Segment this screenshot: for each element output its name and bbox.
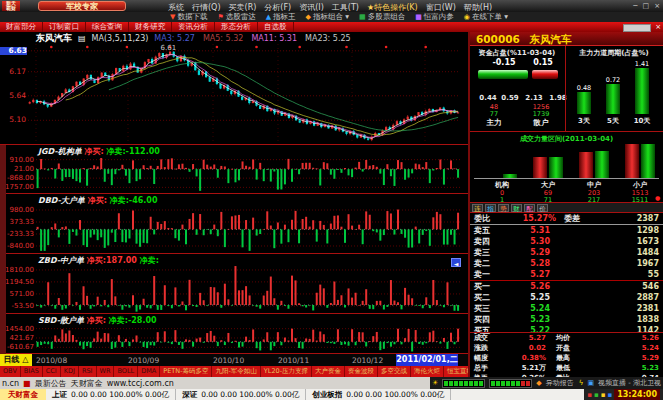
order-book-row[interactable]: 卖二5.281967 — [470, 258, 663, 269]
indicator-link[interactable]: 资金波段 — [345, 366, 378, 377]
power-dot-icon: ● — [655, 194, 660, 201]
announce-brand: 天财富金 — [71, 378, 103, 389]
report-label[interactable]: 异动报告 — [546, 378, 574, 388]
indicator-link[interactable]: RSI — [79, 366, 97, 377]
power-green-bar — [503, 174, 517, 178]
toolbar-item[interactable]: ◉在线下单 ▾ — [464, 12, 508, 22]
power-red-bar — [533, 157, 547, 178]
date-tick: 2010/11 — [278, 356, 309, 365]
order-book-row[interactable]: 卖四5.301673 — [470, 236, 663, 247]
announce-url[interactable]: www.tccj.com.cn — [107, 379, 174, 388]
indicator-link[interactable]: PETN-筹码多空 — [160, 366, 212, 377]
order-book-row[interactable]: 买四5.231838 — [470, 314, 663, 325]
stock-stats: 成交5.27均价5.26涨跌0.02开盘5.24幅度0.38%最高5.29总手5… — [470, 332, 663, 377]
indicator-link[interactable]: 海伦火炬 — [411, 366, 444, 377]
index-items: 上证0.00 0.00 100.00% 0.00亿深证0.00 0.00 100… — [46, 389, 451, 400]
toolbar-item[interactable]: ▲指标王 — [266, 12, 296, 22]
indicator-link[interactable]: 大户资金 — [312, 366, 345, 377]
flash-icon[interactable]: ϟ — [579, 379, 584, 387]
indicator-link[interactable]: 九阳-军令如山 — [212, 366, 260, 377]
power-section: 成交力量区间(2011-03-04)机构01大户6971中户203217小户15… — [470, 132, 663, 202]
quote-mini-tab[interactable]: 价 — [537, 204, 548, 212]
order-book-row[interactable]: 买三5.242381 — [470, 303, 663, 314]
order-book-row[interactable]: 卖三5.291484 — [470, 247, 663, 258]
panel-bar-chart[interactable] — [36, 264, 460, 312]
toolbar-item[interactable]: ⚑选股雷达 — [217, 12, 255, 22]
tv-icon[interactable]: ▣ — [587, 379, 594, 387]
indicator-link[interactable]: 多空交战 — [378, 366, 411, 377]
brand-button[interactable]: 军校专家 — [38, 1, 126, 11]
date-tick: 2010/12 — [352, 356, 383, 365]
window-control-icon[interactable]: □ — [643, 2, 650, 10]
stock-code: 600006 — [476, 33, 520, 45]
indicator-link[interactable]: BIAS — [21, 366, 43, 377]
toolbar-item[interactable]: ■恒富内参 — [415, 12, 454, 22]
index-item[interactable]: 上证0.00 0.00 100.00% 0.00亿 — [46, 389, 176, 400]
toolbar-item-label: 恒富内参 — [424, 12, 454, 22]
workspace-tab[interactable]: 财富部分 — [0, 22, 43, 32]
video-label[interactable]: 视频直播 - 湖北卫视 — [598, 378, 661, 388]
order-book-row[interactable]: 买二5.252887 — [470, 292, 663, 303]
order-book-row[interactable]: 卖五5.311298 — [470, 225, 663, 236]
workspace-tab[interactable]: 综合查询 — [86, 22, 129, 32]
window-control-icon[interactable]: ─ — [633, 2, 637, 10]
announce-bar: n.cn ■ 最新公告 天财富金 www.tccj.com.cn ☀ ◆ 异动报… — [0, 377, 663, 389]
funds-section: 资金占盘(%11-03-04)主力力道周期(占盘%)-0.150.150.440… — [470, 46, 663, 132]
panel-bar-chart[interactable] — [36, 204, 460, 252]
order-book-row[interactable]: 买一5.26546 — [470, 281, 663, 292]
main-ytick: 6.63 — [0, 47, 27, 55]
panel-left-strip — [0, 145, 6, 354]
toolbar-item[interactable]: ▦多股票组合 — [359, 12, 405, 22]
index-item[interactable]: 创业板指0.00 0.00 100.00% 0.00亿 — [306, 389, 451, 400]
indicator-link[interactable]: KDJ — [61, 366, 79, 377]
cycle-bar — [606, 84, 620, 114]
indicator-icon: ▲ — [266, 14, 271, 21]
workspace-tab[interactable]: 资讯分析 — [172, 22, 215, 32]
tray-icon-red[interactable]: ▪ — [587, 391, 592, 399]
funds-col-label: 主力 — [481, 118, 507, 128]
workspace-tab[interactable]: 订制窗口 — [43, 22, 86, 32]
index-bar-right: ▪ ▪ ▪ ▪ 13:24:00 — [584, 389, 663, 400]
indicator-link[interactable]: WR — [97, 366, 115, 377]
quote-mini-tab[interactable]: 连 — [472, 204, 483, 212]
grid-icon[interactable]: ▤ — [78, 34, 86, 43]
tabbar-close-icon[interactable]: × — [655, 23, 661, 31]
tray-icon-yellow[interactable]: ▪ — [601, 391, 606, 399]
ma-values: MA3: 5.27MA5: 5.32MA11: 5.31MA23: 5.25 — [154, 34, 350, 43]
toolbar-item-label: 多股票组合 — [368, 12, 406, 22]
quote-mini-tab[interactable]: 配 — [524, 204, 535, 212]
indicator-link[interactable]: OBV — [0, 366, 21, 377]
notice-label[interactable]: 最新公告 — [35, 378, 67, 389]
indicator-link[interactable]: BOLL — [114, 366, 138, 377]
sun-icon[interactable]: ☀ — [432, 379, 438, 387]
tabbar-scrollbar[interactable] — [623, 24, 651, 32]
tray-icon-green[interactable]: ▪ — [594, 391, 599, 399]
workspace-tab[interactable]: 自选股 — [258, 22, 294, 32]
order-book: 委比15.27%委差2387卖五5.311298卖四5.301673卖三5.29… — [470, 212, 663, 332]
stat-row: 成交5.27均价5.26 — [470, 333, 663, 343]
order-book-row[interactable]: 卖一5.2755 — [470, 269, 663, 281]
window-control-icon[interactable]: × — [654, 2, 660, 10]
indicator-link[interactable]: YL20-压力支撑 — [261, 366, 312, 377]
indicator-link[interactable]: CCI — [43, 366, 61, 377]
toolbar-item[interactable]: ◆指标组合 ▾ — [306, 12, 350, 22]
period-tab[interactable]: 日线 △ — [0, 354, 32, 366]
indicator-link[interactable]: DMA — [138, 366, 160, 377]
panel-bar-chart[interactable] — [36, 324, 460, 352]
tray-icon-blue[interactable]: ▪ — [607, 391, 612, 399]
main-candle-chart[interactable]: 6.614.67 — [28, 44, 460, 143]
chart-stock-name: 东风汽车 — [36, 32, 72, 45]
index-item[interactable]: 深证0.00 0.00 100.00% 0.00亿 — [176, 389, 306, 400]
workspace-tab[interactable]: 财务研究 — [129, 22, 172, 32]
main-ytick: 5.10 — [0, 116, 26, 124]
quote-mini-tab[interactable]: 指 — [485, 204, 496, 212]
toolbar-item[interactable]: ▼数据下载 — [170, 12, 207, 22]
quote-mini-tab[interactable]: 势 — [498, 204, 509, 212]
cycle-label: 10天 — [627, 116, 657, 126]
workspace-tab[interactable]: 形态分析 — [215, 22, 258, 32]
window-controls: ─□× — [633, 2, 660, 10]
chart-scroll-left-icon[interactable]: ◄ — [451, 258, 461, 267]
panel-bar-chart[interactable] — [36, 155, 460, 192]
toolbar-item-label: 选股雷达 — [226, 12, 256, 22]
quote-mini-tab[interactable]: 财 — [511, 204, 522, 212]
